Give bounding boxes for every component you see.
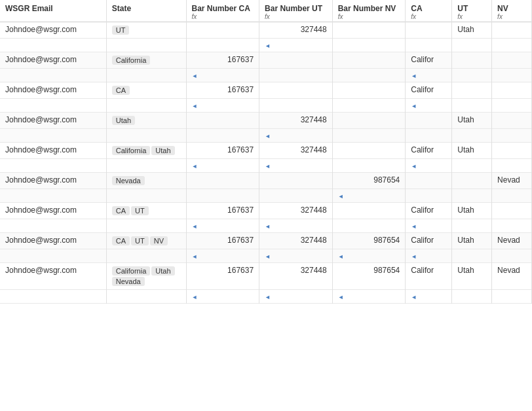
bar-ut-cell: 327448 [259,263,333,290]
ut-cell: Utah [452,113,492,129]
col-header-bar-nv: Bar Number NV fx [332,0,406,22]
arrow-bar-ut: ◄ [259,249,333,263]
col-header-wsgr: WSGR Email [0,0,106,22]
state-tag: Nevada [112,176,145,185]
table-row: Johndoe@wsgr.comCalifornia167637Califor [0,52,532,69]
bar-ut-cell [259,52,333,69]
arrow-row: ◄◄ [0,69,532,82]
state-cell: UT [106,22,186,39]
nv-cell [492,52,532,69]
arrow-bar-ca [186,129,259,143]
ca-cell [406,22,452,39]
arrow-bar-nv [332,69,406,82]
arrow-bar-ut: ◄ [259,290,333,304]
ut-cell [452,52,492,69]
state-tag: California [112,56,150,65]
ut-cell: Utah [452,203,492,219]
fx-label-bar-ca: fx [192,13,254,20]
bar-ca-cell [186,113,259,129]
arrow-row: ◄◄◄ [0,159,532,173]
nv-cell [492,203,532,219]
email-cell: Johndoe@wsgr.com [0,113,106,129]
header-row: WSGR Email State Bar Number CA fx Bar Nu… [0,0,532,22]
bar-nv-cell [332,203,406,219]
bar-nv-cell [332,143,406,159]
nv-cell: Nevad [492,263,532,290]
arrow-bar-ca [186,189,259,203]
bar-ca-cell [186,173,259,189]
nv-cell: Nevad [492,233,532,249]
arrow-bar-ca: ◄ [186,69,259,82]
ca-cell: Califor [406,233,452,249]
arrow-bar-ca: ◄ [186,249,259,263]
arrow-bar-ca [186,39,259,52]
ut-cell: Utah [452,22,492,39]
col-header-state: State [106,0,186,22]
bar-ut-cell: 327448 [259,22,333,39]
state-tag: Nevada [112,277,145,286]
email-cell: Johndoe@wsgr.com [0,173,106,189]
state-tag: UT [112,26,130,35]
state-cell: CA [106,82,186,99]
table-row: Johndoe@wsgr.comCAUT167637327448CaliforU… [0,203,532,219]
arrow-ca [406,129,452,143]
nv-cell [492,82,532,99]
state-tag: California [112,146,150,155]
state-tag: CA [112,86,130,95]
ut-cell: Utah [452,263,492,290]
bar-nv-cell: 987654 [332,173,406,189]
arrow-bar-ca: ◄ [186,99,259,113]
nv-cell [492,113,532,129]
table-row: Johndoe@wsgr.comUT327448Utah [0,22,532,39]
bar-ca-cell [186,22,259,39]
ut-cell [452,173,492,189]
fx-label-ca: fx [411,13,446,20]
bar-ca-cell: 167637 [186,263,259,290]
arrow-ca [406,39,452,52]
ut-cell: Utah [452,143,492,159]
state-cell: CAUT [106,203,186,219]
arrow-bar-ca: ◄ [186,159,259,173]
ut-cell: Utah [452,233,492,249]
arrow-bar-nv [332,39,406,52]
fx-label-bar-nv: fx [338,13,400,20]
state-tag: NV [150,236,168,245]
arrow-bar-ut [259,69,333,82]
fx-label-bar-ut: fx [265,13,327,20]
col-header-bar-ut: Bar Number UT fx [259,0,333,22]
bar-ut-cell: 327448 [259,203,333,219]
arrow-row: ◄ [0,39,532,52]
col-header-ca: CA fx [406,0,452,22]
arrow-bar-nv: ◄ [332,290,406,304]
arrow-row: ◄◄◄◄ [0,249,532,263]
arrow-ca: ◄ [406,249,452,263]
state-cell: California [106,52,186,69]
ca-cell: Califor [406,263,452,290]
arrow-bar-nv [332,219,406,233]
arrow-row: ◄ [0,129,532,143]
ca-cell: Califor [406,143,452,159]
state-cell: CAUTNV [106,233,186,249]
table-row: Johndoe@wsgr.comCA167637Califor [0,82,532,99]
arrow-bar-nv [332,129,406,143]
bar-ca-cell: 167637 [186,203,259,219]
arrow-ca [406,189,452,203]
bar-nv-cell: 987654 [332,263,406,290]
arrow-ca: ◄ [406,159,452,173]
table-row: Johndoe@wsgr.comNevada987654Nevad [0,173,532,189]
ca-cell: Califor [406,203,452,219]
state-cell: CaliforniaUtahNevada [106,263,186,290]
ut-cell [452,82,492,99]
table-row: Johndoe@wsgr.comCaliforniaUtahNevada1676… [0,263,532,290]
state-tag: CA [112,206,130,215]
email-cell: Johndoe@wsgr.com [0,263,106,290]
bar-ca-cell: 167637 [186,233,259,249]
arrow-row: ◄◄◄◄ [0,290,532,304]
arrow-bar-ut [259,99,333,113]
table-row: Johndoe@wsgr.comCaliforniaUtah1676373274… [0,143,532,159]
arrow-row: ◄◄◄ [0,219,532,233]
arrow-bar-ut: ◄ [259,159,333,173]
arrow-bar-ca: ◄ [186,219,259,233]
ca-cell: Califor [406,82,452,99]
col-header-nv: NV fx [492,0,532,22]
